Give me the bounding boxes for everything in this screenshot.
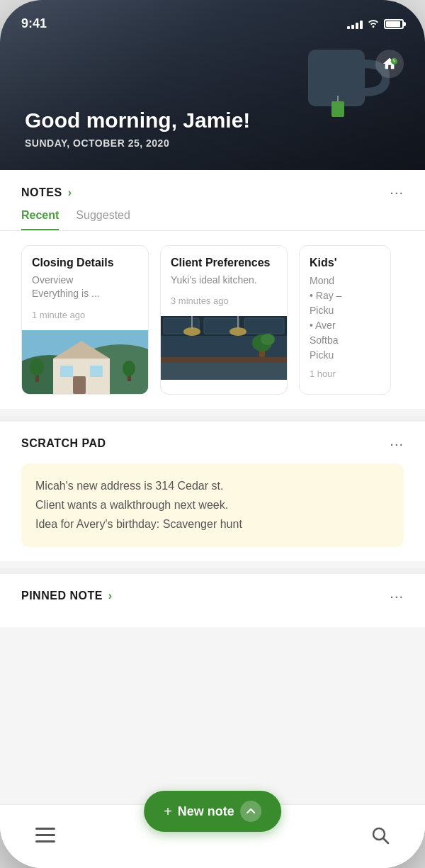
note-preview-2: Yuki's ideal kitchen.: [171, 274, 277, 288]
svg-rect-31: [35, 828, 55, 830]
svg-point-23: [183, 327, 200, 336]
note-preview-3: Mond• Ray –Picku• AverSoftbaPicku: [310, 274, 380, 363]
pinned-note-section: PINNED NOTE › ···: [0, 574, 425, 627]
scratch-pad-section: SCRATCH PAD ··· Micah's new address is 3…: [0, 422, 425, 561]
note-image-kitchen: [161, 316, 287, 380]
note-title-2: Client Preferences: [171, 256, 277, 271]
notes-tabs: Recent Suggested: [0, 209, 425, 231]
notes-title: NOTES: [21, 186, 62, 199]
notes-arrow-icon[interactable]: ›: [68, 186, 72, 199]
svg-point-14: [30, 359, 44, 376]
svg-rect-26: [161, 357, 287, 363]
note-card-client-preferences[interactable]: Client Preferences Yuki's ideal kitchen.…: [160, 245, 288, 395]
new-note-button[interactable]: + New note: [144, 791, 281, 832]
svg-point-25: [230, 327, 246, 336]
hero-text: Good morning, Jamie! SUNDAY, OCTOBER 25,…: [25, 108, 250, 149]
notes-section: NOTES › ··· Recent Suggested Closing Det…: [0, 170, 425, 409]
svg-rect-11: [90, 366, 103, 377]
phone-frame: 9:41: [0, 0, 425, 868]
status-time: 9:41: [21, 16, 47, 31]
menu-icon[interactable]: [35, 828, 55, 846]
hero-date: SUNDAY, OCTOBER 25, 2020: [25, 137, 250, 149]
note-time-1: 1 minute ago: [32, 310, 138, 320]
note-time-3: 1 hour: [310, 368, 380, 379]
svg-rect-33: [35, 840, 55, 842]
new-note-plus-icon: +: [164, 804, 172, 820]
svg-rect-27: [161, 363, 287, 380]
status-bar: 9:41: [0, 0, 425, 39]
status-icons: [347, 18, 404, 30]
note-image-house: [22, 330, 148, 394]
scratch-pad-header: SCRATCH PAD ···: [0, 422, 425, 461]
svg-rect-32: [35, 834, 55, 836]
note-card-kids[interactable]: Kids' Mond• Ray –Picku• AverSoftbaPicku …: [299, 245, 391, 395]
svg-point-30: [261, 334, 275, 345]
signal-icon: [347, 19, 363, 29]
tab-suggested[interactable]: Suggested: [76, 209, 130, 230]
svg-point-16: [123, 361, 135, 376]
svg-rect-1: [332, 101, 344, 117]
svg-line-35: [383, 838, 388, 843]
notes-cards-container: Closing Details OverviewEverything is ..…: [0, 234, 425, 409]
note-title-3: Kids': [310, 256, 380, 271]
pinned-note-header: PINNED NOTE › ···: [0, 574, 425, 613]
pinned-note-title: PINNED NOTE: [21, 590, 103, 602]
scratch-pad-text: Micah's new address is 314 Cedar st. Cli…: [35, 476, 390, 534]
note-preview-1: OverviewEverything is ...: [32, 274, 138, 301]
scratch-pad-area[interactable]: Micah's new address is 314 Cedar st. Cli…: [21, 463, 404, 547]
search-icon[interactable]: [371, 826, 390, 847]
svg-rect-0: [308, 50, 365, 106]
scratch-pad-title: SCRATCH PAD: [21, 437, 106, 450]
new-note-chevron-icon[interactable]: [240, 801, 261, 822]
notes-more-button[interactable]: ···: [390, 184, 404, 201]
scratch-pad-more-button[interactable]: ···: [390, 436, 404, 452]
new-note-label: New note: [178, 804, 234, 819]
svg-rect-12: [73, 376, 86, 394]
note-card-closing-details[interactable]: Closing Details OverviewEverything is ..…: [21, 245, 149, 395]
wifi-icon: [367, 18, 380, 30]
note-title-1: Closing Details: [32, 256, 138, 271]
pinned-note-more-button[interactable]: ···: [390, 588, 404, 604]
tab-recent[interactable]: Recent: [21, 209, 59, 230]
main-content: NOTES › ··· Recent Suggested Closing Det…: [0, 170, 425, 804]
home-icon-button[interactable]: ✎: [375, 50, 404, 78]
hero-greeting: Good morning, Jamie!: [25, 108, 250, 133]
pinned-note-arrow-icon[interactable]: ›: [108, 590, 112, 602]
note-time-2: 3 minutes ago: [171, 295, 277, 306]
svg-rect-21: [244, 318, 284, 334]
notes-header: NOTES › ···: [0, 170, 425, 209]
svg-rect-10: [60, 366, 73, 377]
svg-text:✎: ✎: [392, 59, 396, 63]
bottom-nav: + New note: [0, 804, 425, 868]
battery-icon: [384, 19, 404, 29]
hero-decoration: [298, 39, 390, 127]
